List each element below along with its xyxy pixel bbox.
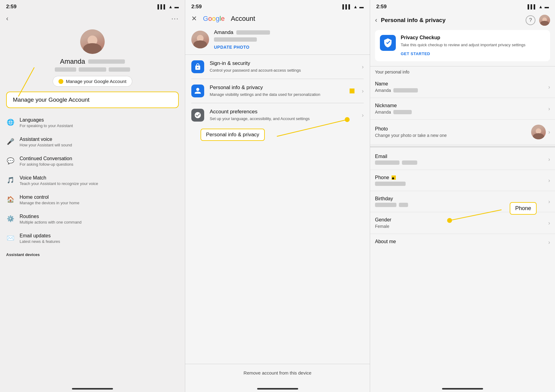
wifi-icon: ▲ bbox=[168, 4, 173, 9]
nickname-row-text: Nickname Amanda bbox=[375, 103, 548, 115]
manage-google-account-button[interactable]: Manage your Google Account bbox=[53, 76, 132, 87]
remove-account-button[interactable]: Remove account from this device bbox=[185, 364, 370, 382]
user-section: Amanda Manage your Google Account bbox=[0, 26, 185, 92]
status-icons-1: ▌▌▌ ▲ ▬ bbox=[157, 4, 179, 9]
get-started-button[interactable]: GET STARTED bbox=[401, 51, 430, 56]
settings-item-routines[interactable]: ⚙️ Routines Multiple actions with one co… bbox=[0, 209, 185, 229]
settings-text-voice: Assistant voice How your Assistant will … bbox=[20, 137, 179, 147]
google-letter-o2: o bbox=[212, 15, 216, 22]
chevron-name: › bbox=[548, 84, 550, 90]
birthday-blurred-2 bbox=[399, 203, 408, 207]
conversation-icon: 💬 bbox=[6, 156, 15, 165]
more-button-1[interactable]: ··· bbox=[171, 15, 179, 23]
person-shield-icon bbox=[191, 85, 204, 97]
settings-text-voicematch: Voice Match Teach your Assistant to reco… bbox=[20, 175, 179, 186]
routines-desc: Multiple actions with one command bbox=[20, 220, 179, 224]
settings-item-voicematch[interactable]: 🎵 Voice Match Teach your Assistant to re… bbox=[0, 171, 185, 190]
settings-text-languages: Languages For speaking to your Assistant bbox=[20, 117, 179, 128]
homecontrol-title: Home control bbox=[20, 194, 179, 200]
settings-item-voice[interactable]: 🎤 Assistant voice How your Assistant wil… bbox=[0, 132, 185, 152]
birthday-label: Birthday bbox=[375, 196, 548, 202]
personal-title: Personal info & privacy bbox=[210, 85, 356, 91]
privacy-desc: Take this quick checkup to review and ad… bbox=[401, 42, 545, 48]
chevron-phone: › bbox=[548, 177, 550, 184]
menu-text-personal: Personal info & privacy Manage visibilit… bbox=[210, 85, 356, 97]
google-letter-g: g bbox=[216, 15, 219, 22]
email-blurred-1 bbox=[375, 160, 399, 165]
panel2-user-info: Amanda UPDATE PHOTO bbox=[214, 29, 270, 50]
birthday-blurred-1 bbox=[375, 203, 396, 207]
phone-label-text: Phone bbox=[375, 175, 389, 180]
status-icons-3: ▌▌▌ ▲ ▬ bbox=[527, 4, 549, 9]
divider-6 bbox=[370, 146, 555, 148]
aboutme-row-text: About me bbox=[375, 239, 548, 246]
menu-item-personal[interactable]: Personal info & privacy Manage visibilit… bbox=[185, 79, 370, 103]
callout-box-manage: Manage your Google Account bbox=[6, 92, 179, 108]
panel2-header: ✕ Google Account bbox=[185, 12, 370, 27]
routines-icon: ⚙️ bbox=[6, 214, 15, 223]
menu-item-signin[interactable]: Sign-in & security Control your password… bbox=[185, 55, 370, 79]
nickname-blurred bbox=[393, 110, 412, 114]
wifi-icon-2: ▲ bbox=[353, 4, 358, 9]
email-value bbox=[375, 160, 548, 165]
close-button-2[interactable]: ✕ bbox=[191, 15, 197, 23]
callout-box-personal: Personal info & privacy bbox=[201, 129, 265, 141]
prefs-shield-icon bbox=[191, 109, 204, 122]
back-button-3[interactable]: ‹ bbox=[375, 16, 377, 24]
lock-shield-icon bbox=[191, 60, 204, 73]
panel2-sub-blurred bbox=[214, 37, 257, 42]
settings-text-email: Email updates Latest news & features bbox=[20, 233, 179, 244]
status-time-3: 2:59 bbox=[376, 4, 387, 10]
email-desc: Latest news & features bbox=[20, 239, 179, 244]
home-bar-3 bbox=[442, 388, 483, 390]
menu-item-prefs[interactable]: Account preferences Set up your language… bbox=[185, 103, 370, 127]
chevron-personal: › bbox=[362, 88, 364, 94]
settings-item-email[interactable]: ✉️ Email updates Latest news & features bbox=[0, 229, 185, 248]
home-bar-1 bbox=[72, 388, 113, 390]
phone-yellow-dot: ● bbox=[392, 175, 396, 180]
voice-title: Assistant voice bbox=[20, 137, 179, 142]
conversation-title: Continued Conversation bbox=[20, 156, 179, 161]
info-row-photo[interactable]: Photo Change your photo or take a new on… bbox=[370, 120, 555, 145]
status-icons-2: ▌▌▌ ▲ ▬ bbox=[342, 4, 364, 9]
panel2-email-blurred bbox=[236, 30, 270, 35]
info-row-aboutme[interactable]: About me › bbox=[370, 234, 555, 251]
settings-text-conversation: Continued Conversation For asking follow… bbox=[20, 156, 179, 167]
info-row-phone[interactable]: Phone ● › bbox=[370, 170, 555, 191]
email-label: Email bbox=[375, 154, 548, 159]
info-row-gender[interactable]: Gender Female › bbox=[370, 212, 555, 234]
info-row-nickname[interactable]: Nickname Amanda › bbox=[370, 98, 555, 120]
settings-item-homecontrol[interactable]: 🏠 Home control Manage the devices in you… bbox=[0, 190, 185, 209]
phone-label: Phone ● bbox=[375, 175, 548, 180]
help-button[interactable]: ? bbox=[526, 15, 535, 25]
conversation-desc: For asking follow-up questions bbox=[20, 162, 179, 167]
personal-info-label: Your personal info bbox=[370, 66, 555, 76]
voicematch-title: Voice Match bbox=[20, 175, 179, 181]
home-indicator-3 bbox=[370, 382, 555, 392]
panel2-user: Amanda UPDATE PHOTO bbox=[185, 27, 370, 55]
name-blurred bbox=[393, 88, 418, 92]
voicematch-icon: 🎵 bbox=[6, 176, 15, 184]
back-button-1[interactable]: ‹ bbox=[6, 15, 8, 23]
panel3-header: ‹ Personal info & privacy ? bbox=[370, 12, 555, 30]
google-letter-o1: o bbox=[208, 15, 212, 22]
chevron-gender: › bbox=[548, 220, 550, 226]
panel3-title: Personal info & privacy bbox=[381, 17, 522, 24]
google-logo: Google bbox=[203, 15, 225, 23]
settings-item-conversation[interactable]: 💬 Continued Conversation For asking foll… bbox=[0, 152, 185, 171]
status-bar-2: 2:59 ▌▌▌ ▲ ▬ bbox=[185, 0, 370, 12]
battery-icon: ▬ bbox=[174, 4, 179, 9]
homecontrol-desc: Manage the devices in your home bbox=[20, 201, 179, 205]
languages-desc: For speaking to your Assistant bbox=[20, 123, 179, 128]
name-value: Amanda bbox=[375, 88, 548, 93]
callout-manage-text: Manage your Google Account bbox=[13, 96, 89, 103]
callout-box-phone: Phone bbox=[510, 202, 537, 215]
settings-item-languages[interactable]: 🌐 Languages For speaking to your Assista… bbox=[0, 113, 185, 132]
panel2-username: Amanda bbox=[214, 29, 233, 36]
user-name-row: Amanda bbox=[60, 58, 125, 66]
info-row-name[interactable]: Name Amanda › bbox=[370, 76, 555, 98]
name-row-text: Name Amanda bbox=[375, 81, 548, 93]
info-row-email[interactable]: Email › bbox=[370, 149, 555, 170]
update-photo-button[interactable]: UPDATE PHOTO bbox=[214, 45, 270, 50]
signal-icon-3: ▌▌▌ bbox=[527, 4, 537, 9]
